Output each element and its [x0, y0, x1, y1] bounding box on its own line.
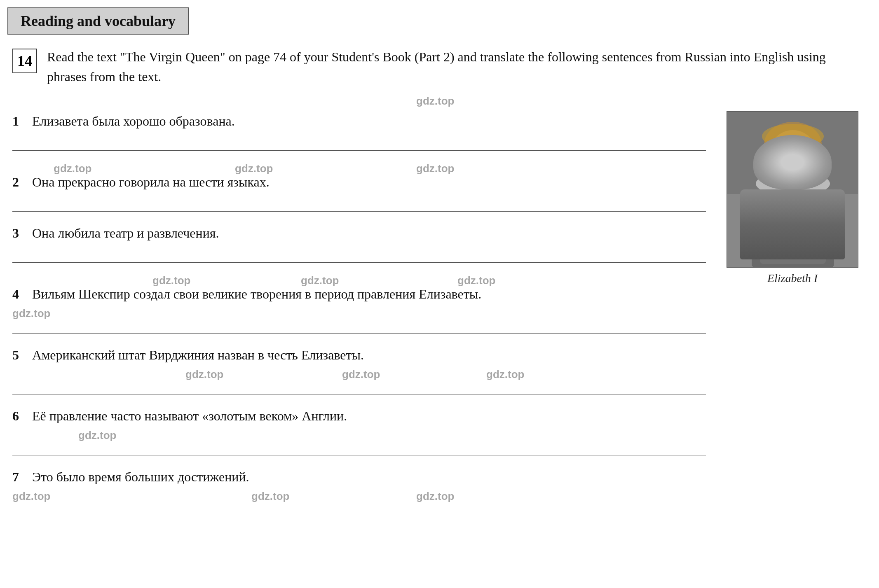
answer-line-5 — [12, 378, 706, 394]
svg-point-15 — [783, 217, 787, 221]
sentence-num-1: 1 — [12, 114, 25, 129]
sentence-row-3: 3 Она любила театр и развлечения. — [12, 223, 706, 243]
sentence-row-6: 6 Её правление часто называют «золотым в… — [12, 406, 706, 426]
sentence-text-1: Елизавета была хорошо образована. — [32, 111, 235, 131]
elizabeth-portrait — [727, 111, 858, 268]
svg-point-3 — [758, 171, 828, 192]
sentence-item-1: 1 Елизавета была хорошо образована. — [12, 111, 706, 151]
svg-point-4 — [766, 130, 820, 192]
portrait-art — [727, 112, 858, 267]
answer-line-3 — [12, 246, 706, 263]
watermark-7a: gdz.top — [12, 490, 50, 503]
image-caption: Elizabeth I — [767, 272, 818, 285]
content-area: 1 Елизавета была хорошо образована. gdz.… — [12, 111, 863, 510]
sentence-item-4: 4 Вильям Шекспир создал свои великие тво… — [12, 284, 706, 334]
svg-point-14 — [807, 204, 812, 209]
svg-point-13 — [790, 202, 795, 207]
sentence-num-3: 3 — [12, 226, 25, 241]
svg-point-19 — [756, 237, 772, 250]
sentence-num-6: 6 — [12, 408, 25, 424]
sentence-text-2: Она прекрасно говорила на шести языках. — [32, 172, 270, 192]
sentence-item-5: 5 Американский штат Вирджиния назван в ч… — [12, 345, 706, 394]
task-row: 14 Read the text "The Virgin Queen" on p… — [12, 47, 863, 86]
watermark-7b: gdz.top — [251, 490, 289, 503]
answer-line-2 — [12, 195, 706, 212]
svg-rect-10 — [752, 192, 834, 268]
task-number: 14 — [17, 52, 32, 70]
task-instruction: Read the text "The Virgin Queen" on page… — [47, 47, 863, 86]
section-header: Reading and vocabulary — [7, 7, 189, 35]
svg-point-18 — [811, 194, 832, 243]
image-column: Elizabeth I — [722, 111, 863, 510]
sentence-row-2: 2 Она прекрасно говорила на шести языках… — [12, 172, 706, 192]
sentence-num-7: 7 — [12, 469, 25, 485]
sentence-item-3: 3 Она любила театр и развлечения. — [12, 223, 706, 263]
sentence-item-2: 2 Она прекрасно говорила на шести языках… — [12, 172, 706, 212]
sentence-num-5: 5 — [12, 348, 25, 363]
svg-point-9 — [788, 164, 798, 170]
sentence-row-5: 5 Американский штат Вирджиния назван в ч… — [12, 345, 706, 365]
sentence-item-7: 7 Это было время больших достижений. gdz… — [12, 467, 706, 498]
svg-point-17 — [754, 194, 774, 243]
answer-line-4 — [12, 317, 706, 334]
section-title: Reading and vocabulary — [21, 13, 176, 29]
svg-point-7 — [783, 156, 790, 161]
task-number-box: 14 — [12, 49, 37, 73]
sentence-text-7: Это было время больших достижений. — [32, 467, 249, 487]
svg-point-6 — [762, 124, 824, 149]
sentence-text-3: Она любила театр и развлечения. — [32, 223, 219, 243]
sentence-text-4: Вильям Шекспир создал свои великие творе… — [32, 284, 481, 304]
svg-point-2 — [756, 171, 830, 196]
sentence-row-1: 1 Елизавета была хорошо образована. — [12, 111, 706, 131]
answer-line-6 — [12, 439, 706, 455]
page: Reading and vocabulary 14 Read the text … — [0, 0, 879, 588]
sentence-text-6: Её правление часто называют «золотым век… — [32, 406, 347, 426]
sentence-num-2: 2 — [12, 175, 25, 190]
sentences-column: 1 Елизавета была хорошо образована. gdz.… — [12, 111, 706, 510]
svg-point-12 — [774, 204, 779, 209]
sentence-item-6: 6 Её правление часто называют «золотым в… — [12, 406, 706, 455]
sentence-row-7: 7 Это было время больших достижений. — [12, 467, 706, 487]
sentence-num-4: 4 — [12, 287, 25, 302]
watermark-7c: gdz.top — [416, 490, 454, 503]
svg-point-16 — [799, 217, 803, 221]
svg-rect-11 — [760, 194, 826, 264]
watermark-1: gdz.top — [416, 95, 454, 107]
svg-point-20 — [813, 233, 830, 245]
answer-line-1 — [12, 134, 706, 151]
sentence-text-5: Американский штат Вирджиния назван в чес… — [32, 345, 364, 365]
svg-point-8 — [796, 156, 802, 161]
sentence-row-4: 4 Вильям Шекспир создал свои великие тво… — [12, 284, 706, 304]
main-content: 14 Read the text "The Virgin Queen" on p… — [0, 35, 879, 522]
